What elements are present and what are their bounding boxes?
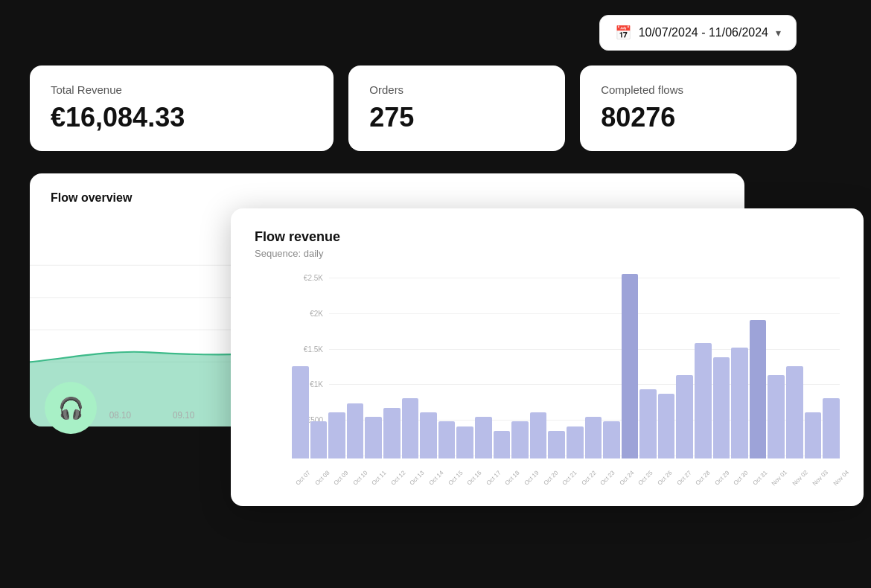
bar-wrapper [786, 274, 803, 458]
bar-wrapper [347, 274, 364, 458]
bar [639, 389, 657, 458]
bar-wrapper [420, 274, 437, 458]
x-label: Oct 11 [371, 470, 388, 487]
avatar-bubble[interactable]: 🎧 [45, 382, 97, 434]
chevron-down-icon: ▾ [776, 27, 781, 39]
bar [310, 421, 328, 458]
bar [823, 398, 840, 458]
orders-label: Orders [369, 83, 544, 96]
x-label: Oct 13 [409, 470, 426, 487]
bar [328, 412, 345, 458]
x-label: Oct 22 [580, 470, 597, 487]
bar [805, 412, 822, 458]
x-label: Oct 10 [351, 470, 368, 487]
metrics-row: Total Revenue €16,084.33 Orders 275 Comp… [30, 65, 841, 151]
bar [731, 348, 748, 458]
x-label: Oct 25 [637, 470, 654, 487]
bar [456, 426, 473, 458]
bar-wrapper [622, 274, 639, 458]
bar [347, 403, 364, 458]
x-label: Oct 18 [504, 470, 521, 487]
bar [530, 412, 547, 458]
completed-flows-card: Completed flows 80276 [580, 65, 797, 151]
x-label: Oct 27 [675, 470, 692, 487]
bar-wrapper [365, 274, 382, 458]
bar-wrapper [676, 274, 693, 458]
x-label: Oct 15 [447, 470, 464, 487]
bar [548, 431, 565, 458]
bar-chart: €2.5K €2K €1.5K €1K €500 [255, 274, 840, 482]
total-revenue-card: Total Revenue €16,084.33 [30, 65, 334, 151]
date-range-label: 10/07/2024 - 11/06/2024 [639, 26, 768, 39]
x-label: Oct 09 [333, 470, 350, 487]
bar-wrapper [475, 274, 492, 458]
x-label: Oct 19 [523, 470, 540, 487]
bar-wrapper [658, 274, 675, 458]
bar [438, 421, 456, 458]
bar-wrapper [731, 274, 748, 458]
bar [511, 421, 529, 458]
bar-wrapper [456, 274, 473, 458]
bar-wrapper [805, 274, 822, 458]
x-label: Oct 23 [599, 470, 616, 487]
total-revenue-value: €16,084.33 [51, 102, 313, 133]
x-label: Oct 21 [561, 470, 578, 487]
x-label: Oct 20 [542, 470, 559, 487]
bar [494, 431, 511, 458]
orders-card: Orders 275 [348, 65, 565, 151]
bar-wrapper [383, 274, 401, 458]
bar [383, 408, 401, 458]
x-label: Oct 29 [713, 470, 730, 487]
x-label: Oct 24 [618, 470, 635, 487]
bar [603, 421, 620, 458]
bar-wrapper [438, 274, 456, 458]
bar [585, 417, 602, 458]
bar-wrapper [750, 274, 767, 458]
flow-revenue-title: Flow revenue [255, 229, 840, 245]
bar-wrapper [402, 274, 419, 458]
bar-wrapper [511, 274, 529, 458]
svg-text:08.10: 08.10 [109, 410, 132, 421]
x-label: Oct 16 [466, 470, 483, 487]
completed-flows-value: 80276 [601, 102, 776, 133]
bar [420, 412, 437, 458]
bar-wrapper [695, 274, 712, 458]
bar-wrapper [823, 274, 840, 458]
date-range-button[interactable]: 📅 10/07/2024 - 11/06/2024 ▾ [599, 15, 797, 51]
bar [292, 366, 309, 458]
bar [402, 398, 419, 458]
bar-wrapper [768, 274, 785, 458]
x-label: Oct 31 [751, 470, 768, 487]
bar [658, 394, 675, 458]
bar [786, 366, 803, 458]
bar [475, 417, 492, 458]
bar-wrapper [310, 274, 328, 458]
x-label: Oct 26 [656, 470, 673, 487]
x-label: Oct 28 [695, 470, 712, 487]
bar [365, 417, 382, 458]
bar [567, 426, 584, 458]
x-label: Nov 04 [832, 469, 849, 487]
date-range-section: 📅 10/07/2024 - 11/06/2024 ▾ [30, 15, 841, 51]
x-label: Oct 30 [733, 470, 750, 487]
bar-wrapper [585, 274, 602, 458]
x-labels: Oct 07Oct 08Oct 09Oct 10Oct 11Oct 12Oct … [292, 476, 840, 482]
bar [695, 343, 712, 458]
bar-wrapper [639, 274, 657, 458]
x-label [849, 476, 854, 480]
bars-area [292, 274, 840, 460]
bar [750, 320, 767, 458]
bar-wrapper [548, 274, 565, 458]
x-label: Oct 07 [294, 470, 311, 487]
avatar-icon: 🎧 [58, 396, 84, 421]
x-label: Oct 14 [427, 470, 444, 487]
bar-wrapper [530, 274, 547, 458]
total-revenue-label: Total Revenue [51, 83, 313, 96]
bar [622, 274, 639, 458]
flow-revenue-card: Flow revenue Sequence: daily €2.5K €2K €… [231, 208, 864, 506]
flow-overview-title: Flow overview [51, 191, 724, 205]
x-label: Oct 08 [313, 470, 331, 487]
flow-revenue-subtitle: Sequence: daily [255, 248, 840, 259]
calendar-icon: 📅 [615, 25, 631, 41]
bar-wrapper [713, 274, 730, 458]
